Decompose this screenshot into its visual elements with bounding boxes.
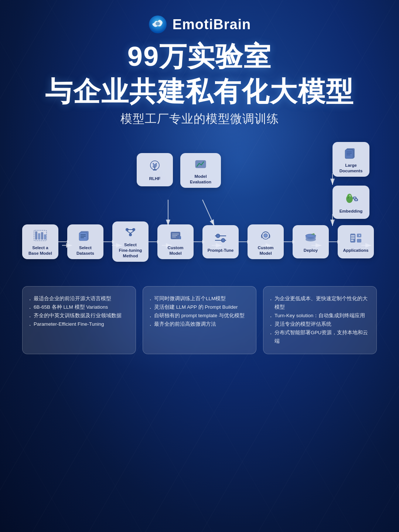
select-datasets-label: SelectDatasets	[76, 245, 94, 256]
arrow-1	[58, 241, 67, 242]
deploy-label: Deploy	[304, 248, 318, 253]
custom-model-2-label: CustomModel	[258, 245, 274, 256]
info-box-3-item-4: 分布式智能部署GPU资源，支持本地和云端	[270, 329, 370, 346]
rlhf-node: RLHF	[137, 153, 173, 186]
arrow-3	[149, 241, 157, 242]
header: EmotiBrain	[148, 15, 251, 34]
svg-point-53	[216, 234, 220, 238]
info-box-3-item-2: Turn-Key solution：自动集成到终端应用	[270, 312, 370, 320]
info-box-1-item-4: Parameter-Efficient Fine-Tuning	[29, 320, 129, 329]
model-eval-label: ModelEvaluation	[190, 174, 211, 185]
select-finetune-label: SelectFine-tuningMethod	[119, 242, 142, 259]
svg-line-45	[130, 231, 134, 233]
custom-model-1-label: CustomModel	[168, 245, 184, 256]
svg-rect-25	[355, 199, 358, 201]
svg-point-27	[153, 163, 154, 165]
applications-label: Applications	[343, 248, 368, 253]
info-box-3-item-1: 为企业更低成本、更快速定制个性化的大模型	[270, 295, 370, 312]
info-box-1-item-2: 6B-65B 各种 LLM 模型 Variations	[29, 303, 129, 312]
info-box-1-item-3: 齐全的中英文训练数据及行业领域数据	[29, 312, 129, 320]
sub-title: 模型工厂专业的模型微调训练	[120, 111, 279, 127]
select-base-model-node: Select aBase Model	[22, 224, 58, 259]
svg-point-43	[129, 233, 132, 236]
svg-point-1	[156, 22, 160, 26]
svg-rect-65	[351, 240, 354, 241]
svg-rect-16	[345, 150, 353, 159]
embedding-label: Embedding	[340, 209, 363, 214]
svg-rect-67	[357, 239, 361, 243]
info-box-2: 可同时微调训练上百个LLM模型 灵活创建 LLM APP 的 Prompt Bu…	[143, 286, 256, 354]
svg-line-44	[127, 231, 130, 233]
main-title-line1: 99万实验室	[127, 41, 272, 72]
svg-rect-33	[41, 232, 43, 240]
info-box-2-item-2: 灵活创建 LLM APP 的 Prompt Builder	[150, 303, 249, 312]
arrow-6	[284, 241, 293, 242]
arrow-5	[239, 241, 248, 242]
select-finetune-node: SelectFine-tuningMethod	[112, 221, 149, 262]
info-box-3: 为企业更低成本、更快速定制个性化的大模型 Turn-Key solution：自…	[263, 286, 377, 354]
info-box-3-item-3: 灵活专业的模型评估系统	[270, 320, 370, 329]
embedding-node: Embedding	[332, 186, 369, 219]
svg-rect-66	[357, 234, 361, 237]
large-documents-label: LargeDocuments	[340, 163, 363, 174]
info-section: 最适合企业的前沿开源大语言模型 6B-65B 各种 LLM 模型 Variati…	[22, 286, 377, 354]
svg-rect-37	[79, 233, 87, 241]
select-datasets-node: SelectDatasets	[67, 224, 103, 259]
brand-name: EmotiBrain	[173, 17, 251, 33]
svg-rect-31	[35, 231, 37, 240]
flow-diagram: LargeDocuments	[22, 142, 377, 282]
arrow-4	[194, 241, 202, 242]
info-box-2-item-3: 自研独有的 prompt template 与优化模型	[150, 312, 249, 320]
prompt-tune-label: Prompt-Tune	[208, 248, 234, 253]
info-box-1-item-1: 最适合企业的前沿开源大语言模型	[29, 295, 129, 303]
arrow-7	[329, 241, 338, 242]
svg-rect-34	[44, 234, 46, 240]
svg-point-28	[156, 163, 157, 165]
main-title-line2: 与企业共建私有化大模型	[45, 76, 354, 107]
svg-rect-51	[179, 236, 181, 239]
svg-rect-32	[38, 233, 40, 240]
svg-point-21	[347, 194, 352, 198]
model-evaluation-node: ModelEvaluation	[180, 153, 221, 188]
top-center-nodes: RLHF ModelEvaluation	[137, 153, 221, 188]
svg-point-23	[350, 195, 351, 196]
info-box-1: 最适合企业的前沿开源大语言模型 6B-65B 各种 LLM 模型 Variati…	[22, 286, 136, 354]
large-documents-node: LargeDocuments	[332, 142, 369, 177]
svg-rect-64	[351, 237, 355, 239]
applications-node: Applications	[338, 225, 374, 258]
svg-point-55	[221, 238, 225, 242]
info-box-2-item-1: 可同时微调训练上百个LLM模型	[150, 295, 249, 303]
custom-model-2-node: CustomModel	[248, 224, 284, 259]
prompt-tune-node: Prompt-Tune	[202, 225, 239, 258]
info-box-2-item-4: 最齐全的前沿高效微调方法	[150, 320, 249, 329]
deploy-node: Deploy	[293, 225, 329, 258]
emoti-brain-logo	[148, 15, 167, 34]
svg-rect-63	[351, 235, 355, 237]
arrow-2	[103, 241, 112, 242]
custom-model-1-node: CustomModel	[157, 224, 194, 259]
main-flow-row: Select aBase Model SelectDatasets	[22, 221, 377, 262]
select-base-model-label: Select aBase Model	[28, 245, 52, 256]
svg-point-58	[265, 234, 267, 237]
rlhf-label: RLHF	[149, 176, 161, 182]
